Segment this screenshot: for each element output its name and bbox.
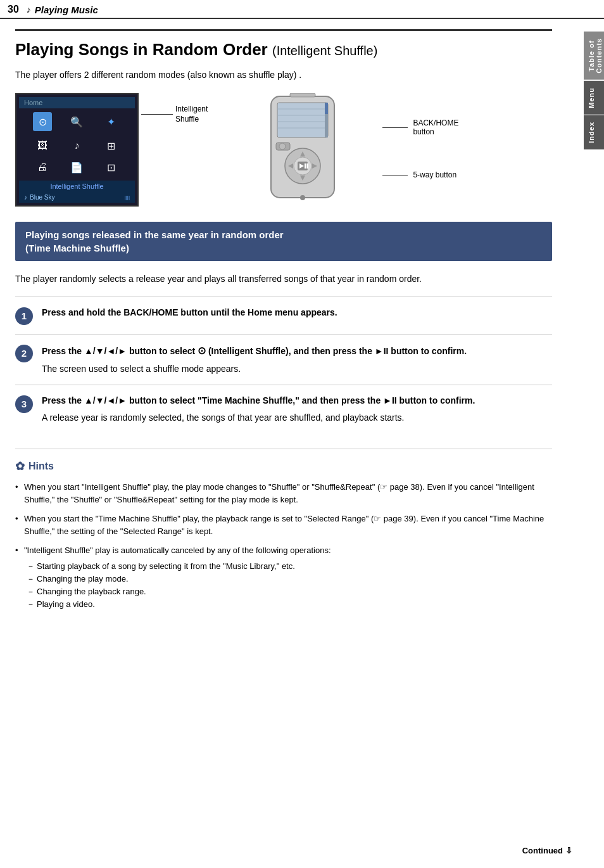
sub-hints: Starting playback of a song by selecting… xyxy=(24,560,552,611)
step-2-text: Press the ▲/▼/◄/► button to select ⊙ (In… xyxy=(42,343,552,359)
svg-rect-20 xyxy=(290,93,315,97)
page-number: 30 xyxy=(8,4,19,15)
step-3-content: Press the ▲/▼/◄/► button to select "Time… xyxy=(42,394,552,424)
svg-rect-7 xyxy=(325,103,328,114)
hints-label: Hints xyxy=(28,461,54,472)
step-1: 1 Press and hold the BACK/HOME button un… xyxy=(15,297,552,334)
main-content: Playing Songs in Random Order (Intellige… xyxy=(0,19,582,630)
sidebar-tab-toc[interactable]: Table ofContents xyxy=(584,32,604,80)
sidebar-tabs: Table ofContents Menu Index xyxy=(584,32,604,150)
step-3-sub-text: A release year is randomly selected, the… xyxy=(42,411,552,424)
screen-icon-grid: ⊞ xyxy=(102,136,121,155)
step-3: 3 Press the ▲/▼/◄/► button to select "Ti… xyxy=(15,385,552,433)
callout-five-way: 5-way button xyxy=(382,170,458,179)
callout-five-way-label: 5-way button xyxy=(413,170,456,179)
page-title: Playing Songs in Random Order (Intellige… xyxy=(15,29,552,60)
callout-intelligent-shuffle: IntelligentShuffle xyxy=(141,93,208,124)
page-title-normal: (Intelligent Shuffle) xyxy=(272,44,377,58)
music-icon: ♪ xyxy=(27,4,31,15)
screen-icon-photo: 🖼 xyxy=(33,136,52,155)
callout-back-home-label: BACK/HOMEbutton xyxy=(413,118,458,136)
screen-icon-search: 🔍 xyxy=(67,112,86,131)
body-text: The player randomly selects a release ye… xyxy=(15,272,552,286)
step-3-number: 3 xyxy=(15,395,33,413)
player-device-area: BACK/HOMEbutton 5-way button xyxy=(233,93,458,201)
hints-section: ✿ Hints When you start "Intelligent Shuf… xyxy=(15,449,552,611)
player-device xyxy=(233,93,372,201)
hints-icon: ✿ xyxy=(15,459,25,473)
svg-point-19 xyxy=(279,143,286,150)
step-2-content: Press the ▲/▼/◄/► button to select ⊙ (In… xyxy=(42,343,552,376)
svg-rect-13 xyxy=(307,163,309,169)
section-box-line1: Playing songs released in the same year … xyxy=(25,229,284,240)
step-1-number: 1 xyxy=(15,307,33,325)
callout-intelligent-shuffle-label: IntelligentShuffle xyxy=(175,105,208,124)
illustration-area: Home ⊙ 🔍 ✦ 🖼 ♪ ⊞ 🖨 📄 ⊡ xyxy=(15,93,552,207)
hint-item-3: "Intelligent Shuffle" play is automatica… xyxy=(15,544,552,611)
intro-text: The player offers 2 different random mod… xyxy=(15,68,552,82)
screen-home-label: Home xyxy=(19,97,135,108)
step-2-number: 2 xyxy=(15,345,33,362)
svg-point-21 xyxy=(300,195,305,200)
svg-rect-12 xyxy=(305,163,306,169)
sub-hint-3: Changing the playback range. xyxy=(24,585,552,598)
continued-text: Continued xyxy=(522,846,563,855)
page-header: 30 ♪ Playing Music xyxy=(0,0,604,19)
hint-item-2: When you start the "Time Machine Shuffle… xyxy=(15,513,552,538)
screen-icon-print: 🖨 xyxy=(33,158,52,177)
continued-arrow: ⇩ xyxy=(565,846,572,855)
page-title-bold: Playing Songs in Random Order xyxy=(15,40,268,59)
callout-group: BACK/HOMEbutton 5-way button xyxy=(382,93,458,179)
screen-icon-square: ⊡ xyxy=(102,158,121,177)
sub-hint-4: Playing a video. xyxy=(24,598,552,611)
hints-title: ✿ Hints xyxy=(15,459,552,473)
step-2: 2 Press the ▲/▼/◄/► button to select ⊙ (… xyxy=(15,334,552,385)
svg-rect-1 xyxy=(277,103,328,137)
sidebar-tab-menu[interactable]: Menu xyxy=(584,81,604,115)
sidebar-tab-index[interactable]: Index xyxy=(584,115,604,150)
steps-container: 1 Press and hold the BACK/HOME button un… xyxy=(15,297,552,433)
screen-icon-bluetooth: ✦ xyxy=(102,112,121,131)
header-title: Playing Music xyxy=(35,4,98,15)
step-2-sub-text: The screen used to select a shuffle mode… xyxy=(42,362,552,376)
device-screen: Home ⊙ 🔍 ✦ 🖼 ♪ ⊞ 🖨 📄 ⊡ xyxy=(15,93,139,207)
screen-icon-doc: 📄 xyxy=(67,158,86,177)
screen-icon-intelligent-shuffle: ⊙ xyxy=(33,112,52,131)
sub-hint-2: Changing the play mode. xyxy=(24,573,552,585)
player-svg xyxy=(233,93,372,201)
section-box: Playing songs released in the same year … xyxy=(15,222,552,261)
hints-list: When you start "Intelligent Shuffle" pla… xyxy=(15,481,552,611)
screen-icon-music: ♪ xyxy=(67,136,86,155)
section-box-line2: (Time Machine Shuffle) xyxy=(25,243,129,253)
page-footer: Continued ⇩ xyxy=(522,846,572,855)
step-1-content: Press and hold the BACK/HOME button unti… xyxy=(42,306,552,319)
callout-back-home: BACK/HOMEbutton xyxy=(382,118,458,136)
section-box-title: Playing songs released in the same year … xyxy=(25,228,542,255)
screen-song-row: ♪Blue Sky |||| xyxy=(19,192,135,203)
screen-intelligent-shuffle-label: Intelligent Shuffle xyxy=(19,181,135,192)
step-3-text: Press the ▲/▼/◄/► button to select "Time… xyxy=(42,394,552,407)
sub-hint-1: Starting playback of a song by selecting… xyxy=(24,560,552,573)
step-1-text: Press and hold the BACK/HOME button unti… xyxy=(42,306,552,319)
hint-item-1: When you start "Intelligent Shuffle" pla… xyxy=(15,481,552,506)
